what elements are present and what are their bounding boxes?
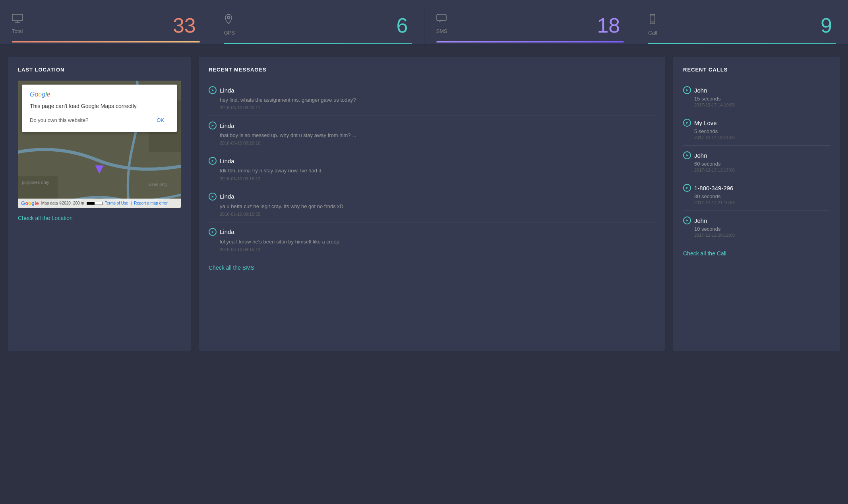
call-item: ➤ John 60 seconds 2017-12-13 12:17:06 xyxy=(683,146,830,178)
call-duration: 10 seconds xyxy=(683,226,830,232)
maps-error-message: This page can't load Google Maps correct… xyxy=(30,103,169,109)
message-contact-name: Linda xyxy=(220,228,234,235)
call-contact: ➤ John xyxy=(683,151,830,159)
call-underline xyxy=(648,43,836,44)
gps-underline xyxy=(224,43,412,44)
svg-text:purposes only: purposes only xyxy=(22,180,49,185)
call-item: ➤ 1-800-349-296 30 seconds 2017-12-12 21… xyxy=(683,178,830,211)
call-duration: 60 seconds xyxy=(683,161,830,167)
gps-value: 6 xyxy=(397,15,408,36)
message-text: hey lind, whats the assignment ms. grang… xyxy=(209,97,655,104)
svg-point-3 xyxy=(227,16,230,19)
call-contact: ➤ John xyxy=(683,216,830,224)
message-contact-name: Linda xyxy=(220,122,234,129)
stat-call: Call 9 xyxy=(636,8,848,44)
message-contact: ➤ Linda xyxy=(209,86,655,94)
message-item: ➤ Linda ya u betta cuz he legit cray. It… xyxy=(209,187,655,222)
map-background: purposes only uses only E Prince... Goog… xyxy=(18,81,181,208)
calls-list: ➤ John 15 seconds 2017-12-17 14:10:06 ➤ … xyxy=(683,81,830,243)
stats-bar: Total 33 GPS 6 SMS 18 xyxy=(0,0,848,45)
map-container: purposes only uses only E Prince... Goog… xyxy=(18,81,181,208)
call-time: 2017-12-12 21:10:06 xyxy=(683,200,830,205)
message-time: 2016-06-10 09:40:11 xyxy=(209,105,655,110)
call-item: ➤ My Love 5 seconds 2017-12-14 19:11:06 xyxy=(683,113,830,146)
total-label: Total xyxy=(12,28,200,34)
check-sms-link[interactable]: Check all the SMS xyxy=(209,265,655,271)
map-footer: Google Map data ©2020 200 m Terms of Use… xyxy=(18,199,181,208)
calls-panel: RECENT CALLS ➤ John 15 seconds 2017-12-1… xyxy=(673,57,840,351)
message-contact: ➤ Linda xyxy=(209,122,655,129)
maps-ok-button[interactable]: OK xyxy=(152,115,169,126)
message-contact-icon: ➤ xyxy=(209,86,217,94)
call-time: 2017-12-12 20:12:08 xyxy=(683,233,830,238)
map-divider: | xyxy=(131,201,132,205)
message-contact-icon: ➤ xyxy=(209,228,217,236)
maps-own-question: Do you own this website? xyxy=(30,117,88,123)
call-duration: 30 seconds xyxy=(683,193,830,199)
map-attribution: Map data ©2020 xyxy=(41,201,71,205)
gps-icon xyxy=(224,14,412,27)
total-underline xyxy=(12,41,200,42)
call-item: ➤ John 15 seconds 2017-12-17 14:10:06 xyxy=(683,81,830,113)
total-value: 33 xyxy=(173,15,196,36)
call-contact-icon: ➤ xyxy=(683,184,691,192)
svg-rect-4 xyxy=(437,14,446,21)
location-panel-title: LAST LOCATION xyxy=(18,67,181,73)
message-text: Idk tbh, imma try n stay away now. Ive h… xyxy=(209,167,655,174)
messages-panel: RECENT MESSAGES ➤ Linda hey lind, whats … xyxy=(199,57,665,351)
call-contact-icon: ➤ xyxy=(683,216,691,224)
message-time: 2016-06-10 09:15:55 xyxy=(209,212,655,216)
map-report-link[interactable]: Report a map error xyxy=(134,201,167,205)
message-item: ➤ Linda that boy is so messed up. why dn… xyxy=(209,116,655,151)
check-location-link[interactable]: Check all the Location xyxy=(18,215,181,221)
maps-dialog-footer: Do you own this website? OK xyxy=(30,115,169,126)
call-time: 2017-12-17 14:10:06 xyxy=(683,102,830,107)
call-item: ➤ John 10 seconds 2017-12-12 20:12:08 xyxy=(683,211,830,243)
monitor-icon xyxy=(12,14,200,25)
messages-list: ➤ Linda hey lind, whats the assignment m… xyxy=(209,81,655,257)
location-pin: ▼ xyxy=(92,162,106,176)
map-terms-link[interactable]: Terms of Use xyxy=(105,201,128,205)
call-icon xyxy=(648,14,836,27)
message-item: ➤ Linda hey lind, whats the assignment m… xyxy=(209,81,655,116)
map-google-logo: Google xyxy=(21,200,39,206)
call-contact: ➤ John xyxy=(683,86,830,94)
check-call-link[interactable]: Check all the Call xyxy=(683,250,830,257)
map-scale: 200 m xyxy=(73,201,84,205)
call-label: Call xyxy=(648,30,836,36)
stat-gps: GPS 6 xyxy=(212,8,424,44)
call-contact-name: 1-800-349-296 xyxy=(694,185,733,191)
messages-panel-title: RECENT MESSAGES xyxy=(209,67,655,73)
call-contact: ➤ 1-800-349-296 xyxy=(683,184,830,192)
svg-text:uses only: uses only xyxy=(149,182,168,187)
sms-icon xyxy=(436,14,624,25)
message-contact-icon: ➤ xyxy=(209,122,217,129)
gps-label: GPS xyxy=(224,30,412,36)
call-contact-icon: ➤ xyxy=(683,151,691,159)
message-time: 2016-06-10 09:20:10 xyxy=(209,141,655,145)
sms-label: SMS xyxy=(436,28,624,34)
call-contact-icon: ➤ xyxy=(683,86,691,94)
call-contact-name: John xyxy=(694,152,707,159)
call-contact-name: My Love xyxy=(694,120,717,126)
location-panel: LAST LOCATION purposes only uses only E xyxy=(8,57,191,351)
call-duration: 5 seconds xyxy=(683,128,830,134)
map-scale-bar xyxy=(87,202,103,205)
message-time: 2016-06-10 09:16:12 xyxy=(209,176,655,181)
message-contact-icon: ➤ xyxy=(209,157,217,165)
stat-sms: SMS 18 xyxy=(424,8,637,44)
message-text: ya u betta cuz he legit cray. Its why he… xyxy=(209,203,655,210)
message-item: ➤ Linda lol yea I know he's been sittin … xyxy=(209,222,655,257)
sms-underline xyxy=(436,41,624,42)
main-content: LAST LOCATION purposes only uses only E xyxy=(0,45,848,363)
call-time: 2017-12-13 12:17:06 xyxy=(683,168,830,172)
stat-total: Total 33 xyxy=(0,8,212,44)
message-contact-icon: ➤ xyxy=(209,193,217,201)
message-text: lol yea I know he's been sittin by himse… xyxy=(209,238,655,245)
google-logo: Google xyxy=(30,91,169,98)
message-time: 2016-06-10 09:15:11 xyxy=(209,247,655,252)
call-time: 2017-12-14 19:11:06 xyxy=(683,135,830,140)
sms-value: 18 xyxy=(597,15,620,36)
message-contact: ➤ Linda xyxy=(209,228,655,236)
message-contact-name: Linda xyxy=(220,87,234,94)
